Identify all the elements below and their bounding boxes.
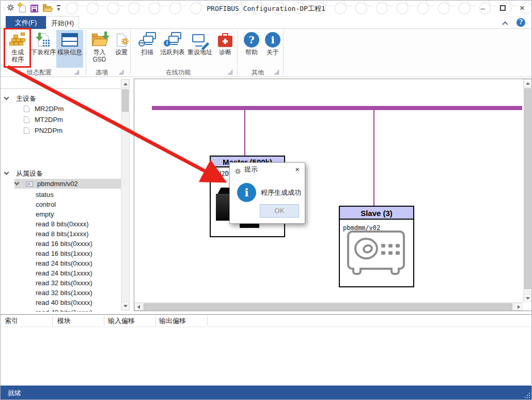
status-text: 就绪 (8, 386, 21, 400)
scroll-up-icon (121, 80, 129, 88)
reset-address-icon (191, 31, 209, 49)
column-header-module[interactable]: 模块 (57, 315, 71, 327)
module-table: 索引 模块 输入偏移 输出偏移 (1, 314, 532, 386)
tree-divider (1, 88, 121, 89)
scan-icon (138, 31, 156, 49)
group-label-online: 在线功能 (130, 68, 226, 76)
group-launcher-config-icon[interactable] (74, 70, 79, 74)
window-controls: – × (479, 3, 526, 13)
scroll-right-icon (514, 303, 523, 311)
group-separator (283, 30, 284, 75)
settings-button[interactable]: 设置 (112, 30, 131, 68)
dialog-gear-icon (234, 166, 241, 179)
group-launcher-other-icon[interactable] (274, 70, 279, 74)
message-dialog: 提示 × i 程序生成成功 OK (229, 162, 305, 224)
module-info-button[interactable]: 模块信息 (56, 30, 83, 68)
tree-item-module[interactable]: read 8 bits(1xxxx) (36, 229, 89, 239)
reset-address-button[interactable]: 重设地址 (186, 30, 213, 68)
download-program-icon (38, 31, 49, 49)
column-header-index[interactable]: 索引 (5, 315, 18, 327)
group-label-config: 组态配置 (3, 68, 75, 76)
download-program-button[interactable]: 下装程序 (31, 30, 56, 68)
tab-file[interactable]: 文件(F) (6, 16, 46, 29)
dialog-close-icon[interactable]: × (295, 163, 300, 176)
ribbon-tab-row: 文件(F) 开始(H) ? (1, 16, 531, 29)
column-separator (155, 316, 156, 326)
column-header-input-offset[interactable]: 输入偏移 (108, 315, 135, 327)
about-button[interactable]: i 关于 (263, 30, 283, 68)
tree-item-module[interactable]: read 24 bits(1xxxx) (36, 268, 92, 278)
slave-node-title: Slave (3) (340, 207, 413, 220)
device-tree: 主设备 MR2DPm MT2DPm PN2DPm 从属设备 pbmdmm/v02… (1, 79, 121, 312)
tree-item-module[interactable]: read 8 bits(0xxxx) (36, 219, 89, 229)
help-button[interactable]: ? 帮助 (241, 30, 262, 68)
bus-drop-line (244, 110, 245, 156)
device-doc-icon (24, 105, 29, 112)
scroll-up-icon (524, 79, 531, 87)
module-info-icon (61, 31, 78, 49)
diagnosis-icon (218, 31, 232, 49)
slave-device-icon (26, 181, 33, 187)
about-icon: i (265, 31, 280, 49)
column-separator (52, 316, 53, 326)
bus-drop-line (373, 110, 374, 206)
group-launcher-options-icon[interactable] (119, 70, 123, 74)
tree-item-module[interactable]: read 40 bits(0xxxx) (36, 298, 92, 307)
resize-grip[interactable] (524, 392, 530, 398)
app-window: ▾ PROFIBUS Configuration-DP工程1 – × 文件(F)… (0, 0, 532, 400)
help-icon: ? (244, 31, 259, 49)
tree-item-module[interactable]: status (36, 190, 54, 199)
group-launcher-online-icon[interactable] (228, 70, 232, 74)
tree-item-module[interactable]: empty (36, 209, 54, 219)
tree-item-module[interactable]: read 40 bits(1xxxx) (36, 307, 92, 312)
tree-scrollbar-thumb (122, 89, 129, 112)
canvas-hscrollbar[interactable] (134, 302, 523, 311)
chevron-down-icon (4, 95, 9, 100)
profibus-bus-line (152, 106, 522, 110)
scroll-down-icon (121, 302, 129, 310)
canvas-vscrollbar-thumb (524, 88, 531, 289)
status-bar: 就绪 (1, 386, 532, 400)
device-doc-icon (24, 116, 29, 123)
scroll-down-icon (524, 294, 531, 302)
maximize-button[interactable] (498, 3, 507, 13)
tab-home[interactable]: 开始(H) (46, 16, 79, 29)
title-bar: ▾ PROFIBUS Configuration-DP工程1 – × (1, 1, 531, 16)
scroll-left-icon (134, 303, 143, 311)
ribbon: 生成 程序 下装程序 模块信息 组态配置 (1, 29, 531, 77)
tree-scrollbar[interactable] (121, 79, 130, 311)
settings-icon (117, 31, 127, 49)
table-header-rule (1, 327, 532, 327)
help-circle-icon[interactable]: ? (517, 18, 525, 27)
slave-node[interactable]: Slave (3) pbmdmm/v02 (339, 206, 414, 287)
network-canvas[interactable]: Master (500k) PN2DPm Slave (3) pbmdmm/v0… (134, 79, 532, 311)
column-header-output-offset[interactable]: 输出偏移 (159, 315, 186, 327)
info-icon: i (237, 183, 256, 202)
scan-button[interactable]: 扫描 (136, 30, 159, 68)
minimize-button[interactable]: – (479, 3, 487, 13)
close-button[interactable]: × (518, 3, 526, 13)
active-list-icon: i (164, 31, 181, 49)
tree-item-module[interactable]: read 24 bits(0xxxx) (36, 258, 92, 268)
canvas-hscrollbar-thumb (144, 303, 512, 310)
import-gsd-button[interactable]: 导入 GSD (88, 30, 111, 68)
projector-icon (347, 230, 405, 270)
tree-item-module[interactable]: read 32 bits(0xxxx) (36, 278, 92, 288)
ok-button[interactable]: OK (260, 204, 299, 218)
dialog-title: 提示 (244, 165, 258, 173)
tree-item-module[interactable]: read 32 bits(1xxxx) (36, 288, 92, 298)
tree-item-module[interactable]: read 16 bits(0xxxx) (36, 239, 92, 249)
collapse-ribbon-icon[interactable] (503, 21, 508, 25)
diagnosis-button[interactable]: 诊断 (214, 30, 236, 68)
tree-item-module[interactable]: control (36, 199, 56, 209)
group-label-options: 选项 (86, 68, 118, 76)
window-title: PROFIBUS Configuration-DP工程1 (1, 4, 531, 13)
column-separator (104, 316, 104, 326)
device-doc-icon (24, 127, 29, 134)
dialog-message: 程序生成成功 (261, 188, 301, 197)
column-separator (207, 316, 208, 326)
canvas-vscrollbar[interactable] (523, 79, 531, 302)
active-list-button[interactable]: i 活跃列表 (160, 30, 185, 68)
dialog-title-bar: 提示 × (230, 163, 305, 176)
tree-item-module[interactable]: read 16 bits(1xxxx) (36, 249, 92, 258)
